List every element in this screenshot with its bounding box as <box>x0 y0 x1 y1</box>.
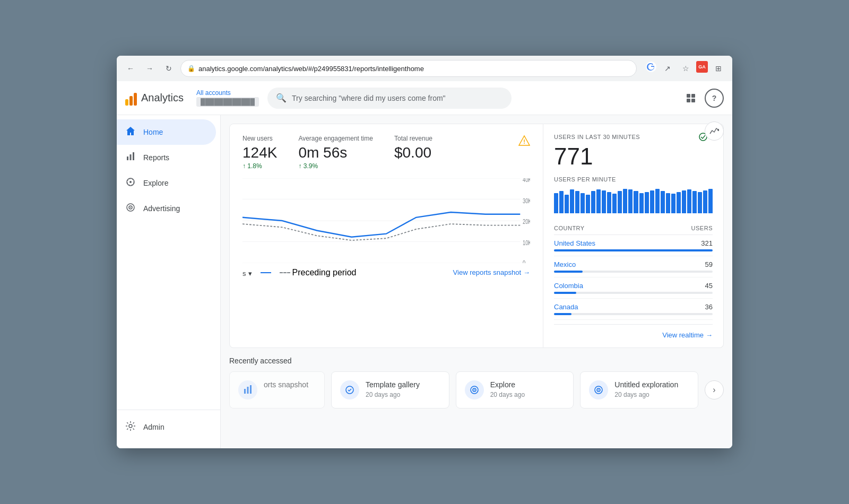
svg-point-9 <box>129 181 132 183</box>
recently-card-reports-snapshot[interactable]: orts snapshot <box>229 371 325 409</box>
chart-footer: s ▾ Preceding period <box>242 267 530 277</box>
minute-bar <box>612 194 617 213</box>
explore-card-icon-circle <box>465 380 484 399</box>
country-name[interactable]: Canada <box>554 303 578 311</box>
stats-realtime-row: New users 124K ↑ 1.8% Average engagement… <box>229 124 724 348</box>
chart-legend: s ▾ Preceding period <box>242 267 356 277</box>
carousel-arrow-icon: › <box>713 385 715 395</box>
admin-icon <box>125 421 136 434</box>
country-row[interactable]: Colombia 45 <box>554 277 713 299</box>
breadcrumb-area: All accounts ████████████ <box>196 89 259 107</box>
analytics-sparkline-button[interactable] <box>705 121 724 141</box>
date-filter-label: s <box>242 270 246 277</box>
untitled-exploration-title: Untitled exploration <box>614 380 689 389</box>
help-button[interactable]: ? <box>705 89 724 108</box>
revenue-value: $0.00 <box>394 144 432 161</box>
realtime-panel: USERS IN LAST 30 MINUTES ▾ 771 USERS PER… <box>543 124 724 348</box>
template-gallery-subtitle: 20 days ago <box>366 391 440 398</box>
users-header: USERS <box>691 225 713 231</box>
svg-text:0: 0 <box>523 259 525 263</box>
svg-rect-34 <box>244 389 246 394</box>
header-right: ? <box>681 89 724 108</box>
explore-card-title: Explore <box>490 380 565 389</box>
country-bar-bg <box>554 271 713 273</box>
country-row[interactable]: United States 321 <box>554 235 713 256</box>
grid-view-button[interactable] <box>681 89 700 108</box>
address-bar[interactable]: 🔒 analytics.google.com/analytics/web/#/p… <box>180 60 637 77</box>
minute-bar <box>692 191 697 213</box>
sidebar-item-advertising[interactable]: Advertising <box>117 196 216 221</box>
minute-bar <box>575 191 579 213</box>
untitled-exploration-icon-circle <box>589 380 608 399</box>
ga-extension-icon[interactable]: GA <box>696 61 708 73</box>
view-realtime-link[interactable]: View realtime → <box>554 324 713 339</box>
new-users-change: ↑ 1.8% <box>242 162 277 170</box>
logo-area: Analytics <box>125 91 184 106</box>
extensions-button[interactable]: ⊞ <box>711 61 726 76</box>
view-realtime-arrow: → <box>706 331 713 339</box>
recently-card-untitled-exploration[interactable]: Untitled exploration 20 days ago <box>580 371 698 409</box>
recently-card-explore[interactable]: Explore 20 days ago <box>456 371 574 409</box>
back-button[interactable]: ← <box>123 61 138 76</box>
country-bar-bg <box>554 292 713 294</box>
share-button[interactable]: ↗ <box>660 61 675 76</box>
reports-icon <box>125 151 136 164</box>
minute-bar <box>671 194 675 213</box>
minute-bar <box>591 191 595 213</box>
stats-card: New users 124K ↑ 1.8% Average engagement… <box>229 124 543 348</box>
bookmark-button[interactable]: ☆ <box>678 61 693 76</box>
reports-snapshot-info: orts snapshot <box>264 380 316 391</box>
forward-button[interactable]: → <box>142 61 157 76</box>
sidebar-bottom: Admin <box>117 410 220 444</box>
minute-bar <box>586 195 590 213</box>
account-name: ████████████ <box>196 97 259 107</box>
realtime-title: USERS IN LAST 30 MINUTES <box>554 134 640 140</box>
sidebar-item-home[interactable]: Home <box>117 119 216 145</box>
url-text: analytics.google.com/analytics/web/#/p24… <box>198 65 424 73</box>
country-bar-fill <box>554 271 583 273</box>
sidebar-item-admin[interactable]: Admin <box>117 414 216 440</box>
legend-current <box>261 272 271 273</box>
country-row[interactable]: Canada 36 <box>554 299 713 320</box>
legend-dashed-line <box>280 272 290 273</box>
minute-bar <box>698 192 702 213</box>
engagement-change: ↑ 3.9% <box>298 162 373 170</box>
svg-rect-5 <box>127 157 128 160</box>
country-name[interactable]: Mexico <box>554 260 576 268</box>
country-count: 36 <box>705 303 713 311</box>
sidebar-item-reports[interactable]: Reports <box>117 145 216 170</box>
view-reports-arrow: → <box>523 268 530 276</box>
svg-point-14 <box>129 424 132 428</box>
country-name[interactable]: United States <box>554 239 595 247</box>
date-filter-dropdown[interactable]: s ▾ <box>242 270 252 277</box>
minute-bar <box>661 191 665 213</box>
browser-chrome: ← → ↻ 🔒 analytics.google.com/analytics/w… <box>117 56 732 81</box>
search-bar[interactable]: 🔍 Try searching "where did my users come… <box>267 88 512 109</box>
minute-bar <box>623 189 627 213</box>
explore-card-info: Explore 20 days ago <box>490 380 565 398</box>
carousel-next-button[interactable]: › <box>705 380 724 399</box>
recently-card-template-gallery[interactable]: Template gallery 20 days ago <box>331 371 449 409</box>
minute-bar <box>565 195 569 213</box>
browser-window: ← → ↻ 🔒 analytics.google.com/analytics/w… <box>117 56 732 448</box>
recently-accessed-section: Recently accessed orts snapshot <box>229 357 724 409</box>
country-bar-fill <box>554 249 713 251</box>
refresh-button[interactable]: ↻ <box>161 61 176 76</box>
realtime-count: 771 <box>554 143 713 170</box>
view-reports-link[interactable]: View reports snapshot → <box>453 268 530 276</box>
country-bar-bg <box>554 313 713 315</box>
app-header: Analytics All accounts ████████████ 🔍 Tr… <box>117 81 732 115</box>
advertising-icon <box>125 202 136 215</box>
sidebar-item-explore[interactable]: Explore <box>117 170 216 196</box>
minute-bar <box>708 189 713 213</box>
legend-preceding: Preceding period <box>280 268 357 277</box>
minute-bar <box>687 189 691 213</box>
home-label: Home <box>143 128 163 136</box>
country-row[interactable]: Mexico 59 <box>554 256 713 277</box>
reports-label: Reports <box>143 153 169 162</box>
recently-title-text: Recently accessed <box>229 357 292 365</box>
country-name[interactable]: Colombia <box>554 282 583 290</box>
country-count: 321 <box>701 239 713 247</box>
all-accounts-link[interactable]: All accounts <box>196 89 259 97</box>
warning-badge: ! <box>518 135 530 170</box>
